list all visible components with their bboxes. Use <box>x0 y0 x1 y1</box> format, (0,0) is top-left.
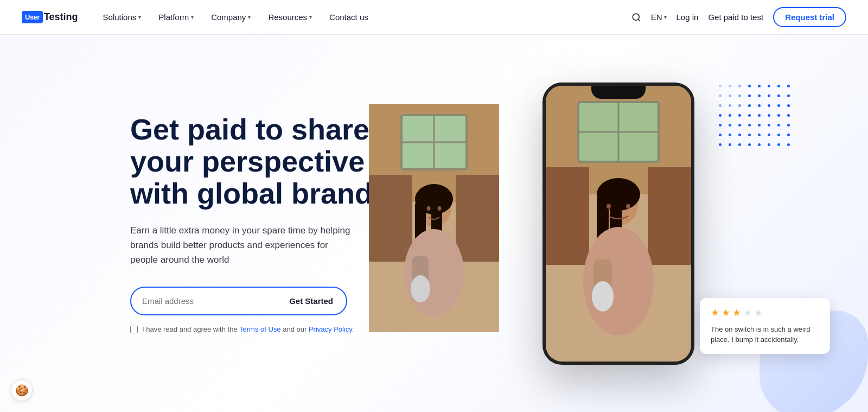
nav-right: EN ▾ Log in Get paid to test Request tri… <box>631 7 846 27</box>
dot <box>719 94 722 97</box>
privacy-policy-link[interactable]: Privacy Policy <box>309 325 352 333</box>
dot <box>748 143 751 146</box>
hero-visual: (function() { const grid = document.quer… <box>391 61 846 386</box>
hero-section: Get paid to share your perspective with … <box>0 35 868 412</box>
svg-point-32 <box>607 204 611 208</box>
dot <box>758 124 761 126</box>
svg-point-35 <box>592 281 614 312</box>
chevron-down-icon: ▾ <box>248 14 251 20</box>
dot-grid-decoration: (function() { const grid = document.quer… <box>716 83 792 148</box>
dot <box>719 134 722 136</box>
review-text: The on switch is in such a weird place. … <box>711 324 819 345</box>
dot <box>787 85 790 87</box>
dot <box>748 124 751 126</box>
star-4: ★ <box>743 307 752 319</box>
dot <box>719 104 722 107</box>
dot <box>719 114 722 117</box>
terms-row: I have read and agree with the Terms of … <box>130 325 391 333</box>
dot <box>787 94 790 97</box>
dot <box>777 94 780 97</box>
dot <box>738 143 741 146</box>
dot <box>768 143 770 146</box>
get-paid-button[interactable]: Get paid to test <box>708 12 763 22</box>
dot <box>729 94 731 97</box>
svg-rect-25 <box>546 167 589 265</box>
nav-item-resources[interactable]: Resources ▾ <box>260 8 320 26</box>
logo-text: Testing <box>44 11 78 23</box>
dot <box>738 114 741 117</box>
phone-screen <box>546 86 691 362</box>
get-started-button[interactable]: Get Started <box>276 289 346 313</box>
dot <box>787 124 790 126</box>
dot <box>758 94 761 97</box>
chevron-down-icon: ▾ <box>191 14 194 20</box>
nav-item-platform[interactable]: Platform ▾ <box>151 8 201 26</box>
search-icon <box>631 12 641 22</box>
dot <box>787 134 790 136</box>
dot <box>738 94 741 97</box>
dot <box>768 114 770 117</box>
hero-subtext: Earn a little extra money in your spare … <box>130 223 358 268</box>
email-form: Get Started <box>130 287 347 315</box>
dot <box>758 104 761 107</box>
cookie-icon: 🍪 <box>15 384 29 397</box>
svg-point-15 <box>427 206 431 211</box>
email-input[interactable] <box>131 288 276 314</box>
dot <box>719 124 722 126</box>
svg-line-1 <box>638 19 640 21</box>
dot <box>729 104 731 107</box>
dot <box>768 85 770 87</box>
phone-screen-content <box>546 86 691 362</box>
svg-point-33 <box>626 204 630 208</box>
star-1: ★ <box>711 307 719 319</box>
terms-text: I have read and agree with the Terms of … <box>142 325 354 333</box>
hero-content: Get paid to share your perspective with … <box>130 113 391 334</box>
language-selector[interactable]: EN ▾ <box>651 12 667 22</box>
terms-checkbox[interactable] <box>130 326 138 333</box>
svg-rect-9 <box>456 175 499 262</box>
dot <box>777 85 780 87</box>
stars-row: ★ ★ ★ ★ ★ <box>711 307 819 319</box>
logo[interactable]: User Testing <box>22 11 78 23</box>
dot <box>719 85 722 87</box>
dot <box>748 114 751 117</box>
login-button[interactable]: Log in <box>676 12 699 22</box>
dot <box>738 85 741 87</box>
dot <box>758 134 761 136</box>
dot <box>777 114 780 117</box>
dot <box>787 114 790 117</box>
phone-mockup <box>542 83 694 365</box>
dot <box>738 124 741 126</box>
search-button[interactable] <box>631 12 641 22</box>
dot <box>777 124 780 126</box>
dot <box>777 143 780 146</box>
svg-point-16 <box>438 206 442 211</box>
dot <box>748 134 751 136</box>
request-trial-button[interactable]: Request trial <box>773 7 846 27</box>
navbar: User Testing Solutions ▾ Platform ▾ Comp… <box>0 0 868 35</box>
svg-rect-8 <box>369 175 412 262</box>
phone-notch <box>591 86 646 99</box>
dot <box>719 143 722 146</box>
dot <box>787 104 790 107</box>
chevron-down-icon: ▾ <box>664 14 667 20</box>
dot <box>768 124 770 126</box>
dot <box>758 143 761 146</box>
hero-heading: Get paid to share your perspective with … <box>130 113 391 210</box>
nav-item-company[interactable]: Company ▾ <box>203 8 258 26</box>
cookie-consent-button[interactable]: 🍪 <box>11 379 33 401</box>
dot <box>729 143 731 146</box>
terms-of-use-link[interactable]: Terms of Use <box>239 325 281 333</box>
dot <box>729 85 731 87</box>
dot <box>758 85 761 87</box>
background-image <box>369 104 499 332</box>
photo-background <box>369 104 499 332</box>
nav-item-contact[interactable]: Contact us <box>322 8 376 26</box>
svg-rect-26 <box>648 167 691 265</box>
star-3: ★ <box>732 307 741 319</box>
review-card: ★ ★ ★ ★ ★ The on switch is in such a wei… <box>700 298 830 354</box>
svg-point-18 <box>411 275 430 302</box>
chevron-down-icon: ▾ <box>309 14 312 20</box>
dot <box>748 94 751 97</box>
nav-item-solutions[interactable]: Solutions ▾ <box>95 8 149 26</box>
